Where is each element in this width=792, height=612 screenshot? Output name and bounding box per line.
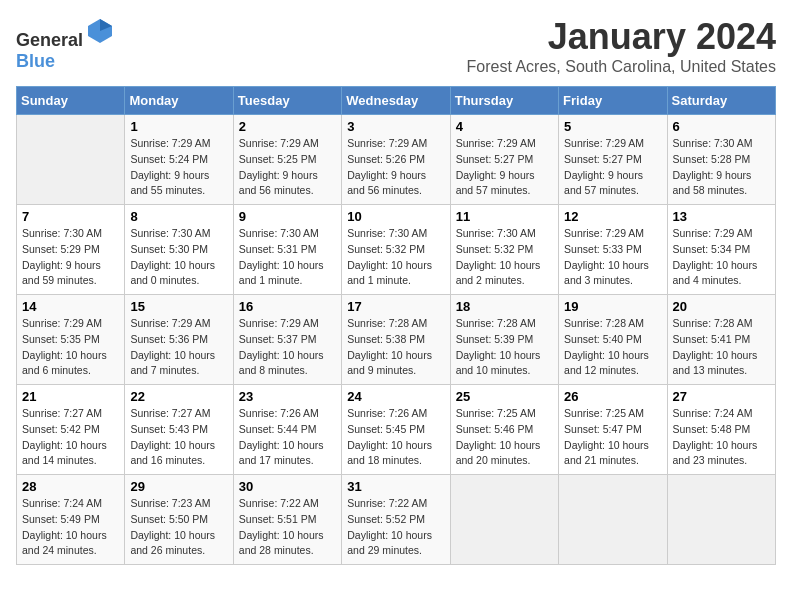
- day-number: 17: [347, 299, 444, 314]
- day-number: 7: [22, 209, 119, 224]
- day-number: 23: [239, 389, 336, 404]
- calendar-cell: 15Sunrise: 7:29 AMSunset: 5:36 PMDayligh…: [125, 295, 233, 385]
- calendar-cell: 14Sunrise: 7:29 AMSunset: 5:35 PMDayligh…: [17, 295, 125, 385]
- day-number: 9: [239, 209, 336, 224]
- day-info: Sunrise: 7:27 AMSunset: 5:43 PMDaylight:…: [130, 406, 227, 469]
- day-number: 19: [564, 299, 661, 314]
- calendar-cell: [17, 115, 125, 205]
- day-info: Sunrise: 7:29 AMSunset: 5:27 PMDaylight:…: [456, 136, 553, 199]
- day-info: Sunrise: 7:30 AMSunset: 5:28 PMDaylight:…: [673, 136, 770, 199]
- day-info: Sunrise: 7:29 AMSunset: 5:34 PMDaylight:…: [673, 226, 770, 289]
- day-info: Sunrise: 7:30 AMSunset: 5:32 PMDaylight:…: [347, 226, 444, 289]
- day-info: Sunrise: 7:27 AMSunset: 5:42 PMDaylight:…: [22, 406, 119, 469]
- day-of-week-header: Friday: [559, 87, 667, 115]
- day-number: 8: [130, 209, 227, 224]
- calendar-cell: 17Sunrise: 7:28 AMSunset: 5:38 PMDayligh…: [342, 295, 450, 385]
- calendar-cell: 16Sunrise: 7:29 AMSunset: 5:37 PMDayligh…: [233, 295, 341, 385]
- calendar-cell: 2Sunrise: 7:29 AMSunset: 5:25 PMDaylight…: [233, 115, 341, 205]
- day-info: Sunrise: 7:22 AMSunset: 5:52 PMDaylight:…: [347, 496, 444, 559]
- calendar-cell: 23Sunrise: 7:26 AMSunset: 5:44 PMDayligh…: [233, 385, 341, 475]
- day-info: Sunrise: 7:29 AMSunset: 5:36 PMDaylight:…: [130, 316, 227, 379]
- day-info: Sunrise: 7:30 AMSunset: 5:31 PMDaylight:…: [239, 226, 336, 289]
- calendar-header-row: SundayMondayTuesdayWednesdayThursdayFrid…: [17, 87, 776, 115]
- day-info: Sunrise: 7:28 AMSunset: 5:38 PMDaylight:…: [347, 316, 444, 379]
- day-number: 10: [347, 209, 444, 224]
- day-info: Sunrise: 7:29 AMSunset: 5:25 PMDaylight:…: [239, 136, 336, 199]
- day-number: 1: [130, 119, 227, 134]
- day-of-week-header: Tuesday: [233, 87, 341, 115]
- calendar-table: SundayMondayTuesdayWednesdayThursdayFrid…: [16, 86, 776, 565]
- day-number: 16: [239, 299, 336, 314]
- day-info: Sunrise: 7:29 AMSunset: 5:24 PMDaylight:…: [130, 136, 227, 199]
- logo-blue: Blue: [16, 51, 55, 71]
- calendar-cell: [667, 475, 775, 565]
- calendar-cell: 21Sunrise: 7:27 AMSunset: 5:42 PMDayligh…: [17, 385, 125, 475]
- day-of-week-header: Monday: [125, 87, 233, 115]
- calendar-cell: 26Sunrise: 7:25 AMSunset: 5:47 PMDayligh…: [559, 385, 667, 475]
- day-number: 4: [456, 119, 553, 134]
- calendar-cell: 3Sunrise: 7:29 AMSunset: 5:26 PMDaylight…: [342, 115, 450, 205]
- day-number: 6: [673, 119, 770, 134]
- calendar-cell: 20Sunrise: 7:28 AMSunset: 5:41 PMDayligh…: [667, 295, 775, 385]
- day-number: 2: [239, 119, 336, 134]
- calendar-cell: 10Sunrise: 7:30 AMSunset: 5:32 PMDayligh…: [342, 205, 450, 295]
- day-number: 15: [130, 299, 227, 314]
- day-info: Sunrise: 7:29 AMSunset: 5:37 PMDaylight:…: [239, 316, 336, 379]
- calendar-cell: 22Sunrise: 7:27 AMSunset: 5:43 PMDayligh…: [125, 385, 233, 475]
- title-section: January 2024 Forest Acres, South Carolin…: [467, 16, 776, 76]
- day-of-week-header: Sunday: [17, 87, 125, 115]
- calendar-cell: 31Sunrise: 7:22 AMSunset: 5:52 PMDayligh…: [342, 475, 450, 565]
- calendar-week-row: 21Sunrise: 7:27 AMSunset: 5:42 PMDayligh…: [17, 385, 776, 475]
- day-info: Sunrise: 7:29 AMSunset: 5:27 PMDaylight:…: [564, 136, 661, 199]
- calendar-cell: 29Sunrise: 7:23 AMSunset: 5:50 PMDayligh…: [125, 475, 233, 565]
- day-info: Sunrise: 7:26 AMSunset: 5:44 PMDaylight:…: [239, 406, 336, 469]
- day-number: 13: [673, 209, 770, 224]
- day-info: Sunrise: 7:26 AMSunset: 5:45 PMDaylight:…: [347, 406, 444, 469]
- calendar-cell: [559, 475, 667, 565]
- day-number: 22: [130, 389, 227, 404]
- day-number: 29: [130, 479, 227, 494]
- calendar-cell: 27Sunrise: 7:24 AMSunset: 5:48 PMDayligh…: [667, 385, 775, 475]
- day-number: 5: [564, 119, 661, 134]
- day-of-week-header: Saturday: [667, 87, 775, 115]
- day-info: Sunrise: 7:25 AMSunset: 5:46 PMDaylight:…: [456, 406, 553, 469]
- day-number: 30: [239, 479, 336, 494]
- calendar-week-row: 1Sunrise: 7:29 AMSunset: 5:24 PMDaylight…: [17, 115, 776, 205]
- day-number: 21: [22, 389, 119, 404]
- day-info: Sunrise: 7:23 AMSunset: 5:50 PMDaylight:…: [130, 496, 227, 559]
- day-info: Sunrise: 7:30 AMSunset: 5:32 PMDaylight:…: [456, 226, 553, 289]
- calendar-cell: 9Sunrise: 7:30 AMSunset: 5:31 PMDaylight…: [233, 205, 341, 295]
- day-number: 3: [347, 119, 444, 134]
- day-number: 27: [673, 389, 770, 404]
- day-info: Sunrise: 7:30 AMSunset: 5:30 PMDaylight:…: [130, 226, 227, 289]
- day-info: Sunrise: 7:30 AMSunset: 5:29 PMDaylight:…: [22, 226, 119, 289]
- calendar-cell: [450, 475, 558, 565]
- day-info: Sunrise: 7:22 AMSunset: 5:51 PMDaylight:…: [239, 496, 336, 559]
- calendar-cell: 25Sunrise: 7:25 AMSunset: 5:46 PMDayligh…: [450, 385, 558, 475]
- day-number: 28: [22, 479, 119, 494]
- day-info: Sunrise: 7:29 AMSunset: 5:35 PMDaylight:…: [22, 316, 119, 379]
- logo-text: General Blue: [16, 16, 115, 72]
- calendar-week-row: 14Sunrise: 7:29 AMSunset: 5:35 PMDayligh…: [17, 295, 776, 385]
- day-number: 12: [564, 209, 661, 224]
- day-number: 24: [347, 389, 444, 404]
- day-number: 31: [347, 479, 444, 494]
- calendar-cell: 30Sunrise: 7:22 AMSunset: 5:51 PMDayligh…: [233, 475, 341, 565]
- calendar-cell: 24Sunrise: 7:26 AMSunset: 5:45 PMDayligh…: [342, 385, 450, 475]
- calendar-cell: 7Sunrise: 7:30 AMSunset: 5:29 PMDaylight…: [17, 205, 125, 295]
- day-number: 20: [673, 299, 770, 314]
- day-info: Sunrise: 7:24 AMSunset: 5:48 PMDaylight:…: [673, 406, 770, 469]
- day-info: Sunrise: 7:29 AMSunset: 5:26 PMDaylight:…: [347, 136, 444, 199]
- calendar-cell: 5Sunrise: 7:29 AMSunset: 5:27 PMDaylight…: [559, 115, 667, 205]
- page-header: General Blue January 2024 Forest Acres, …: [16, 16, 776, 76]
- calendar-subtitle: Forest Acres, South Carolina, United Sta…: [467, 58, 776, 76]
- day-of-week-header: Wednesday: [342, 87, 450, 115]
- calendar-week-row: 28Sunrise: 7:24 AMSunset: 5:49 PMDayligh…: [17, 475, 776, 565]
- logo-icon: [85, 16, 115, 46]
- day-of-week-header: Thursday: [450, 87, 558, 115]
- day-info: Sunrise: 7:28 AMSunset: 5:41 PMDaylight:…: [673, 316, 770, 379]
- day-info: Sunrise: 7:28 AMSunset: 5:40 PMDaylight:…: [564, 316, 661, 379]
- calendar-cell: 4Sunrise: 7:29 AMSunset: 5:27 PMDaylight…: [450, 115, 558, 205]
- day-info: Sunrise: 7:28 AMSunset: 5:39 PMDaylight:…: [456, 316, 553, 379]
- calendar-cell: 28Sunrise: 7:24 AMSunset: 5:49 PMDayligh…: [17, 475, 125, 565]
